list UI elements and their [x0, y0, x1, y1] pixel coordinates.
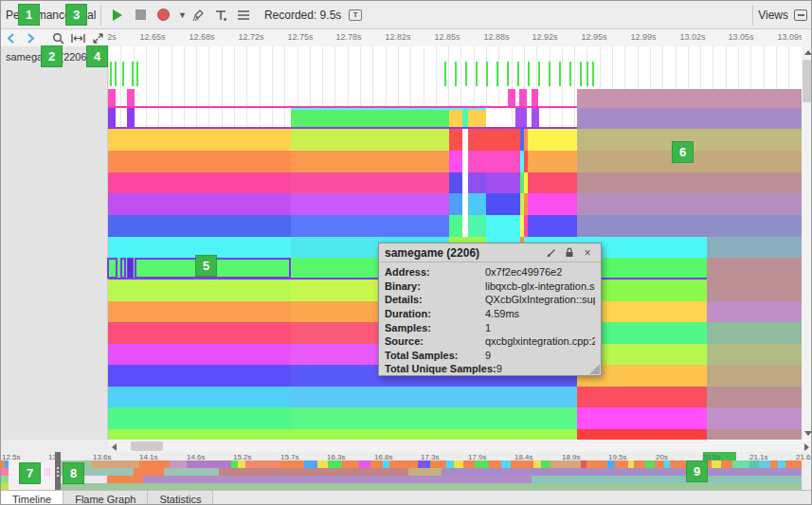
clear-results-button[interactable] [188, 5, 208, 26]
fit-range-button[interactable] [69, 27, 87, 48]
start-profiling-button[interactable] [107, 5, 128, 26]
overview-segment[interactable] [45, 468, 51, 476]
timeline-event-segment[interactable] [108, 89, 116, 108]
overview-range-handle[interactable] [55, 452, 61, 490]
overview-segment[interactable] [615, 460, 628, 468]
overview-segment[interactable] [454, 460, 463, 468]
overview-segment[interactable] [328, 460, 342, 468]
overview-segment[interactable] [187, 460, 231, 468]
overview-segment[interactable] [721, 460, 732, 468]
overview-segment[interactable] [107, 476, 143, 483]
timeline-event-segment[interactable] [291, 193, 449, 215]
timeline-event-segment[interactable] [108, 407, 291, 429]
overview-segment[interactable] [732, 460, 749, 468]
overview-segment[interactable] [408, 468, 442, 476]
timeline-event-segment[interactable] [108, 108, 116, 129]
overview-segment[interactable] [785, 460, 802, 468]
timeline-event-segment[interactable] [707, 365, 802, 387]
timeline-event-segment[interactable] [291, 108, 449, 129]
views-button[interactable]: Views [758, 9, 788, 22]
timeline-event-segment[interactable] [108, 151, 291, 172]
timeline-event-segment[interactable] [108, 322, 291, 344]
timeline-event-segment[interactable] [291, 151, 449, 172]
timeline-event-segment[interactable] [449, 193, 462, 215]
timeline-event-segment[interactable] [449, 172, 462, 193]
overview-segment[interactable] [61, 483, 802, 490]
timeline-event-segment[interactable] [108, 280, 291, 301]
timeline-event-segment[interactable] [108, 301, 291, 322]
tab-timeline[interactable]: Timeline [1, 491, 63, 505]
timeline-event-segment[interactable] [528, 151, 577, 172]
overview-segment[interactable] [1, 476, 9, 483]
shortcuts-menu-button[interactable] [233, 5, 254, 26]
horizontal-scrollbar[interactable] [108, 441, 812, 452]
overview-segment[interactable] [645, 460, 655, 468]
timeline-event-segment[interactable] [707, 301, 802, 322]
scroll-down-arrow-icon[interactable] [804, 431, 812, 436]
timeline-event-segment[interactable] [577, 387, 707, 407]
edit-icon[interactable] [544, 246, 559, 260]
overview-segment[interactable] [139, 460, 170, 468]
overview-segment[interactable] [383, 460, 389, 468]
overview-segment[interactable] [489, 460, 501, 468]
timeline-event-segment[interactable] [127, 108, 135, 129]
overview-segment[interactable] [317, 460, 328, 468]
timeline-event-segment[interactable] [291, 172, 449, 193]
next-event-button[interactable] [22, 27, 40, 48]
timeline-event-segment[interactable] [707, 387, 802, 407]
tab-flame-graph[interactable]: Flame Graph [63, 491, 148, 505]
close-icon[interactable]: × [580, 246, 595, 260]
timeline-event-segment[interactable] [486, 215, 520, 237]
timeline-event-segment[interactable] [291, 215, 449, 237]
overview-segment[interactable] [749, 460, 759, 468]
overview-segment[interactable] [92, 460, 139, 468]
timeline-event-segment[interactable] [519, 89, 527, 108]
horizontal-scrollbar-thumb[interactable] [131, 442, 163, 451]
timeline-event-segment[interactable] [468, 172, 486, 193]
overview-segment[interactable] [446, 460, 454, 468]
scroll-right-arrow-icon[interactable] [804, 443, 809, 451]
overview-segment[interactable] [370, 460, 383, 468]
selected-event-block[interactable] [127, 258, 134, 279]
timeline-event-segment[interactable] [449, 215, 462, 237]
timeline-event-segment[interactable] [577, 172, 802, 193]
timeline-event-segment[interactable] [528, 129, 577, 151]
timeline-event-segment[interactable] [468, 129, 520, 151]
overview-segment[interactable] [281, 460, 304, 468]
record-button[interactable] [153, 5, 173, 26]
filter-button[interactable] [210, 5, 231, 26]
timeline-event-segment[interactable] [468, 215, 486, 237]
overview-segment[interactable] [533, 460, 541, 468]
timeline-event-segment[interactable] [707, 322, 802, 344]
overview-segment[interactable] [463, 460, 475, 468]
timeline-event-segment[interactable] [486, 193, 520, 215]
vertical-scrollbar-thumb[interactable] [803, 60, 812, 102]
overview-segment[interactable] [245, 460, 281, 468]
timeline-event-segment[interactable] [468, 151, 520, 172]
timeline-event-segment[interactable] [528, 193, 577, 215]
overview-segment[interactable] [634, 460, 645, 468]
overview-segment[interactable] [359, 460, 370, 468]
timeline-event-segment[interactable] [108, 129, 291, 151]
timeline-event-segment[interactable] [707, 280, 802, 301]
timeline-event-segment[interactable] [108, 387, 291, 407]
overview-segment[interactable] [1, 468, 9, 476]
overview-segment[interactable] [418, 460, 425, 468]
timeline-event-segment[interactable] [515, 108, 527, 129]
timeline-event-segment[interactable] [108, 172, 291, 193]
overview-segment[interactable] [550, 460, 581, 468]
prev-event-button[interactable] [2, 27, 20, 48]
timeline-ruler[interactable]: 2s12.65s12.68s12.72s12.75s12.78s12.82s12… [108, 30, 802, 45]
timeline-event-segment[interactable] [291, 407, 577, 429]
timeline-event-segment[interactable] [108, 429, 577, 440]
overview-segment[interactable] [532, 476, 802, 483]
overview-segment[interactable] [607, 460, 615, 468]
overview-segment[interactable] [770, 460, 778, 468]
timeline-event-segment[interactable] [108, 365, 291, 387]
overview-segment[interactable] [501, 460, 511, 468]
timeline-event-segment[interactable] [108, 215, 291, 237]
timeline-event-segment[interactable] [577, 108, 802, 129]
overview-segment[interactable] [586, 460, 607, 468]
overview-segment[interactable] [9, 483, 55, 490]
selected-event-outline[interactable] [107, 258, 117, 279]
